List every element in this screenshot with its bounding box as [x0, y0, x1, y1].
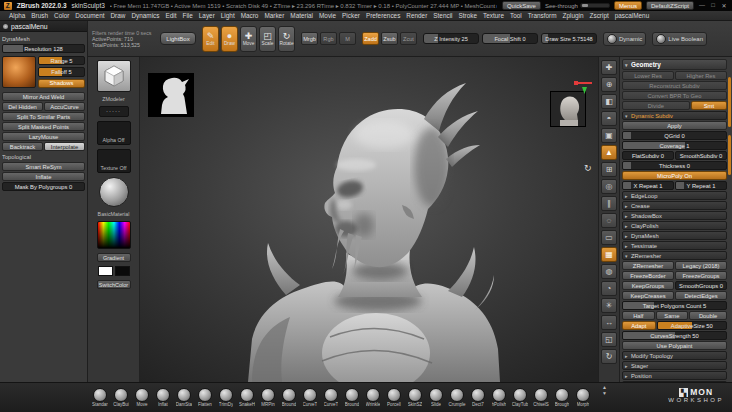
target-polygons-count-slider[interactable]: Target Polygons Count 5 — [622, 301, 727, 310]
scale-3d-icon[interactable]: ◱ — [601, 332, 617, 347]
tray-brush-item[interactable]: Wrinkle — [363, 388, 383, 407]
split-to-similar-parts-button[interactable]: Split To Similar Parts — [2, 112, 85, 121]
menu-item[interactable]: Alpha — [6, 12, 28, 19]
divide-button[interactable]: Divide — [622, 101, 690, 110]
rotate-button[interactable]: ↻ Rotate — [278, 26, 295, 52]
position-header[interactable]: ▸ Position — [622, 371, 727, 380]
brush-preview-thumbnail[interactable] — [2, 56, 36, 88]
shadowbox-header[interactable]: ▸ ShadowBox — [622, 211, 727, 220]
detect-edges-button[interactable]: DetectEdges — [675, 291, 727, 300]
menu-item[interactable]: pascalMenu — [612, 12, 652, 19]
smooth-subdiv-slider[interactable]: SmoothSubdiv 0 — [675, 151, 727, 160]
polyf-icon[interactable]: ▦ — [601, 247, 617, 262]
menu-item[interactable]: Macro — [238, 12, 262, 19]
freeze-groups-button[interactable]: FreezeGroups — [675, 271, 727, 280]
smt-button[interactable]: Smt — [691, 101, 727, 110]
edit-button[interactable]: ✎ Edit — [202, 26, 219, 52]
tray-brush-item[interactable]: CurveT — [321, 388, 341, 407]
see-through-track[interactable] — [580, 3, 610, 8]
curves-strength-slider[interactable]: CurvesStrength 50 — [622, 331, 727, 340]
tessimate-header[interactable]: ▸ Tessimate — [622, 241, 727, 250]
rotate-3d-icon[interactable]: ↻ — [601, 349, 617, 364]
actual-icon[interactable]: ▣ — [601, 128, 617, 143]
axis-gizmo[interactable] — [574, 77, 596, 103]
higher-res-button[interactable]: Higher Res — [675, 71, 727, 80]
double-button[interactable]: Double — [689, 311, 727, 320]
mrgb-button[interactable]: Mrgb — [301, 32, 318, 45]
tray-brush-item[interactable]: Morph — [573, 388, 593, 407]
document-thumbnail[interactable] — [148, 73, 194, 117]
use-polypaint-button[interactable]: Use Polypaint — [622, 341, 727, 350]
tray-brush-item[interactable]: ClayTub — [510, 388, 530, 407]
half-button[interactable]: Half — [622, 311, 655, 320]
tray-brush-item[interactable]: ClayBui — [111, 388, 131, 407]
menu-item[interactable]: Color — [51, 12, 72, 19]
tray-brush-item[interactable]: Inflat — [153, 388, 173, 407]
xpose-icon[interactable]: ✳ — [601, 298, 617, 313]
lightbox-button[interactable]: LightBox — [160, 32, 196, 45]
keep-groups-button[interactable]: KeepGroups — [622, 281, 674, 290]
scale-button[interactable]: ◰ Scale — [259, 26, 276, 52]
smooth-groups-slider[interactable]: SmoothGroups 0 — [675, 281, 727, 290]
flat-subdiv-slider[interactable]: FlatSubdiv 0 — [622, 151, 674, 160]
tray-brush-item[interactable]: Bround — [342, 388, 362, 407]
lower-res-button[interactable]: Lower Res — [622, 71, 674, 80]
menu-item[interactable]: Marker — [261, 12, 287, 19]
menus-button[interactable]: Menus — [614, 1, 642, 10]
stager-header[interactable]: ▸ Stager — [622, 361, 727, 370]
floor-icon[interactable]: ⊞ — [601, 162, 617, 177]
secondary-color-swatch[interactable] — [115, 266, 130, 276]
tray-brush-item[interactable]: Brough — [552, 388, 572, 407]
zadd-button[interactable]: Zadd — [362, 32, 379, 45]
alpha-selector[interactable]: Alpha Off — [97, 121, 131, 145]
current-brush-thumbnail[interactable] — [97, 60, 131, 92]
menu-item[interactable]: Zplugin — [560, 12, 587, 19]
interpolate-button[interactable]: Interpolate — [44, 142, 85, 151]
same-button[interactable]: Same — [656, 311, 689, 320]
draw-button[interactable]: ● Draw — [221, 26, 238, 52]
see-through-knob[interactable] — [582, 4, 588, 7]
switch-color-button[interactable]: SwitchColor — [97, 280, 131, 289]
menu-item[interactable]: Transform — [525, 12, 560, 19]
tray-brush-item[interactable]: Move — [132, 388, 152, 407]
live-boolean-toggle[interactable]: Live Boolean — [652, 32, 707, 46]
menu-item[interactable]: Light — [218, 12, 238, 19]
reconstruct-subdiv-button[interactable]: Reconstruct Subdiv — [622, 81, 727, 90]
material-selector[interactable] — [99, 177, 129, 207]
menu-item[interactable]: Zscript — [587, 12, 612, 19]
backtrack-button[interactable]: Backtrack — [2, 142, 43, 151]
color-picker[interactable] — [97, 221, 131, 249]
topological-label[interactable]: Topological — [2, 152, 85, 161]
shadows-button[interactable]: Shadows — [38, 79, 85, 88]
tray-brush-item[interactable]: SnakeH — [237, 388, 257, 407]
menu-item[interactable]: Picker — [339, 12, 363, 19]
main-color-swatch[interactable] — [98, 266, 113, 276]
mask-by-polygroups-slider[interactable]: Mask By Polygroups 0 — [2, 182, 85, 191]
dynamic-subdiv-header[interactable]: ▾ Dynamic Subdiv — [622, 111, 727, 120]
move-3d-icon[interactable]: ↔ — [601, 315, 617, 330]
tray-brush-item[interactable]: ChiselS — [531, 388, 551, 407]
del-hidden-button[interactable]: Del Hidden — [2, 102, 43, 111]
menu-item[interactable]: Stencil — [430, 12, 455, 19]
tray-brush-item[interactable]: Slide — [426, 388, 446, 407]
tray-brush-item[interactable]: CurveT — [300, 388, 320, 407]
micropoly-button[interactable]: MicroPoly On — [622, 171, 727, 180]
tray-brush-item[interactable]: Crumple — [447, 388, 467, 407]
claypolish-header[interactable]: ▸ ClayPolish — [622, 221, 727, 230]
menu-item[interactable]: Tool — [507, 12, 525, 19]
split-masked-points-button[interactable]: Split Masked Points — [2, 122, 85, 131]
tray-brush-item[interactable]: hPolish — [489, 388, 509, 407]
default-zscript-button[interactable]: DefaultZScript — [646, 1, 694, 10]
lsym-icon[interactable]: ∥ — [601, 196, 617, 211]
coverage-slider[interactable]: Coverage 1 — [622, 141, 727, 150]
range-slider[interactable]: Range 5 — [38, 56, 85, 65]
resolution-slider[interactable]: Resolution 128 — [2, 44, 85, 53]
adaptive-size-slider[interactable]: AdaptiveSize 50 — [657, 321, 727, 330]
inflate-button[interactable]: Inflate — [2, 172, 85, 181]
menu-item[interactable]: Render — [403, 12, 430, 19]
tray-brush-item[interactable]: SkinSZ — [405, 388, 425, 407]
keep-creases-button[interactable]: KeepCreases — [622, 291, 674, 300]
menu-item[interactable]: Movie — [316, 12, 339, 19]
edgeloop-header[interactable]: ▸ EdgeLoop — [622, 191, 727, 200]
menu-item[interactable]: Preferences — [363, 12, 403, 19]
